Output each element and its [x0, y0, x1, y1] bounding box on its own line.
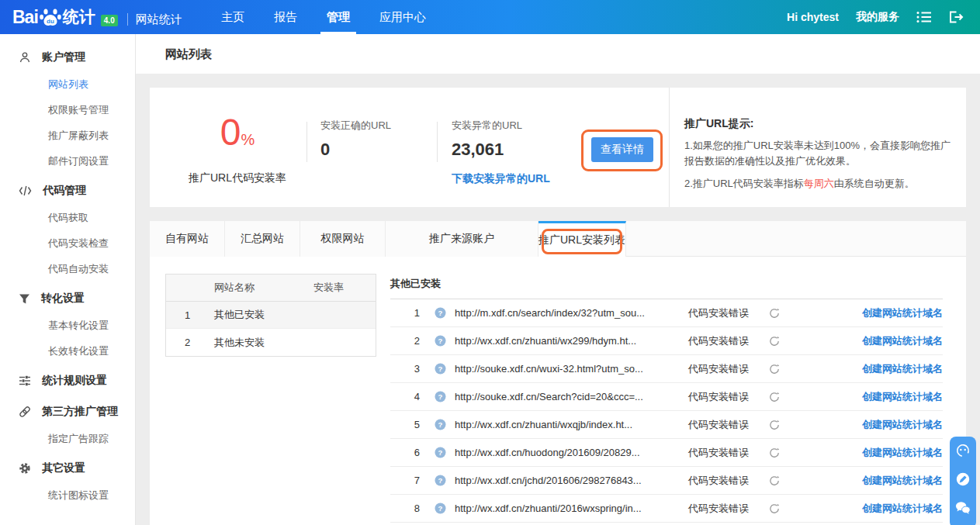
col-install-rate: 安装率	[313, 281, 344, 295]
top-nav-item[interactable]: 主页	[221, 0, 244, 34]
site-table-row[interactable]: 2 其他未安装	[166, 329, 376, 356]
sidebar-item-ad-tracking[interactable]: 指定广告跟踪	[0, 426, 135, 451]
sidebar-section-account-title[interactable]: 账户管理	[0, 43, 135, 71]
create-site-domain-link[interactable]: 创建网站统计域名	[862, 418, 943, 432]
tips-title: 推广URL提示:	[684, 117, 957, 131]
top-nav-item[interactable]: 应用中心	[379, 0, 426, 34]
site-table-body: 1 其他已安装 2 其他未安装	[166, 302, 376, 356]
top-header-bar: Bai du 统计 4.0 网站统计 主页 报告	[0, 0, 980, 34]
sidebar-section-conversion: 转化设置 基本转化设置 长效转化设置	[0, 285, 135, 364]
tab-item[interactable]: 推广来源账户	[386, 221, 538, 257]
top-nav-item[interactable]: 管理	[327, 0, 350, 34]
baidu-tongji-logo[interactable]: Bai du 统计 4.0 网站统计	[12, 0, 182, 34]
sidebar-item-promo-block-list[interactable]: 推广屏蔽列表	[0, 123, 135, 148]
site-name: 其他未安装	[214, 336, 265, 350]
row-index: 1	[166, 309, 209, 321]
feedback-smiley-icon[interactable]	[955, 443, 971, 458]
code-icon	[19, 185, 32, 196]
sidebar-item-permission-account[interactable]: 权限账号管理	[0, 97, 135, 123]
refresh-icon[interactable]	[769, 420, 780, 430]
col-site-name: 网站名称	[214, 281, 255, 295]
tab-content-card: 网站名称 安装率 1 其他已安装 2 其他未安装 其他已安装	[150, 257, 966, 525]
sidebar-section-third-party-title[interactable]: 第三方推广管理	[0, 398, 135, 426]
question-mark-icon[interactable]: ?	[435, 335, 446, 347]
tab-item[interactable]: 汇总网站	[225, 221, 300, 257]
sidebar-section-conversion-title[interactable]: 转化设置	[0, 285, 135, 313]
view-detail-button[interactable]: 查看详情	[591, 137, 653, 162]
question-mark-icon[interactable]: ?	[435, 419, 446, 430]
create-site-domain-link[interactable]: 创建网站统计域名	[862, 362, 943, 376]
sidebar-section-other-title[interactable]: 其它设置	[0, 454, 135, 482]
sidebar-section-stats-rules-title[interactable]: 统计规则设置	[0, 367, 135, 395]
question-mark-icon[interactable]: ?	[435, 503, 446, 514]
url-row-index: 4	[404, 391, 420, 402]
correct-url-block: 安装正确的URL 0	[320, 119, 391, 160]
sidebar-item-code-install-check[interactable]: 代码安装检查	[0, 230, 135, 256]
refresh-icon[interactable]	[769, 503, 780, 514]
user-greeting[interactable]: Hi chytest	[787, 11, 839, 23]
top-nav-label: 主页	[221, 10, 244, 25]
wechat-icon[interactable]	[955, 500, 971, 516]
sidebar-item-email-subscription[interactable]: 邮件订阅设置	[0, 148, 135, 174]
top-nav-label: 应用中心	[379, 10, 426, 25]
sidebar-item-stats-icon-settings[interactable]: 统计图标设置	[0, 482, 135, 508]
tips-line-2: 2.推广URL代码安装率指标每周六由系统自动更新。	[684, 176, 957, 192]
tab-label: 推广URL安装列表	[538, 233, 625, 247]
create-site-domain-link[interactable]: 创建网站统计域名	[862, 502, 943, 516]
question-mark-icon[interactable]: ?	[435, 447, 446, 458]
url-text: http://wx.xdf.cn/zhuanti/wx299/hdym.ht..…	[455, 335, 688, 347]
refresh-icon[interactable]	[769, 336, 780, 347]
sidebar-item-site-list[interactable]: 网站列表	[0, 71, 135, 97]
create-site-domain-link[interactable]: 创建网站统计域名	[862, 334, 943, 348]
install-status: 代码安装错误	[688, 446, 752, 460]
tab-item[interactable]: 自有网站	[150, 221, 225, 257]
url-panel-title: 其他已安装	[390, 274, 943, 299]
refresh-icon[interactable]	[769, 392, 780, 402]
top-nav-item[interactable]: 报告	[274, 0, 297, 34]
logout-icon[interactable]	[949, 9, 964, 25]
sidebar-section-code-title[interactable]: 代码管理	[0, 177, 135, 205]
stat-divider	[306, 122, 307, 162]
product-name: 网站统计	[136, 12, 182, 27]
refresh-icon[interactable]	[769, 308, 780, 319]
url-text: http://souke.xdf.cn/wuxi-32.html?utm_so.…	[455, 363, 688, 375]
tab-item[interactable]: 推广URL安装列表	[538, 221, 626, 257]
install-status: 代码安装错误	[688, 306, 752, 320]
question-mark-icon[interactable]: ?	[435, 475, 446, 486]
abnormal-url-value: 23,061	[452, 140, 522, 160]
sidebar-item-long-term-conversion[interactable]: 长效转化设置	[0, 338, 135, 364]
tab-label: 权限网站	[321, 232, 365, 246]
top-navigation: 主页 报告 管理 应用中心	[221, 0, 426, 34]
create-site-domain-link[interactable]: 创建网站统计域名	[862, 306, 943, 320]
refresh-icon[interactable]	[769, 364, 780, 375]
my-services-link[interactable]: 我的服务	[856, 10, 899, 24]
svg-text:?: ?	[438, 476, 443, 485]
sidebar-item-code-auto-install[interactable]: 代码自动安装	[0, 256, 135, 281]
logo-text-bai: Bai	[12, 7, 38, 28]
abnormal-url-label: 安装异常的URL	[452, 119, 522, 133]
question-mark-icon[interactable]: ?	[435, 307, 446, 319]
url-row: 7 ? http://wx.xdf.cn/jchd/201606/2982768…	[390, 467, 943, 495]
list-menu-icon[interactable]	[916, 9, 932, 25]
stat-divider	[437, 122, 438, 162]
sidebar-item-basic-conversion[interactable]: 基本转化设置	[0, 313, 135, 338]
tips-highlight: 每周六	[804, 178, 834, 189]
download-abnormal-url-link[interactable]: 下载安装异常的URL	[452, 172, 550, 186]
question-mark-icon[interactable]: ?	[435, 363, 446, 375]
create-site-domain-link[interactable]: 创建网站统计域名	[862, 474, 943, 488]
tab-item[interactable]: 权限网站	[300, 221, 386, 257]
correct-url-label: 安装正确的URL	[320, 119, 391, 133]
create-site-domain-link[interactable]: 创建网站统计域名	[862, 390, 943, 404]
refresh-icon[interactable]	[769, 475, 780, 486]
sidebar-item-code-get[interactable]: 代码获取	[0, 205, 135, 230]
create-site-domain-link[interactable]: 创建网站统计域名	[862, 446, 943, 460]
site-table-row[interactable]: 1 其他已安装	[166, 302, 376, 329]
url-list-panel: 其他已安装 1 ? http://m.xdf.cn/search/index/3…	[390, 274, 943, 523]
question-mark-icon[interactable]: ?	[435, 391, 446, 402]
svg-text:?: ?	[438, 337, 443, 345]
sliders-icon	[19, 375, 31, 386]
stats-tips-divider	[669, 88, 670, 207]
refresh-icon[interactable]	[769, 447, 780, 458]
url-row: 6 ? http://wx.xdf.cn/huodong/201609/2082…	[390, 439, 943, 467]
feedback-pencil-icon[interactable]	[955, 471, 971, 487]
